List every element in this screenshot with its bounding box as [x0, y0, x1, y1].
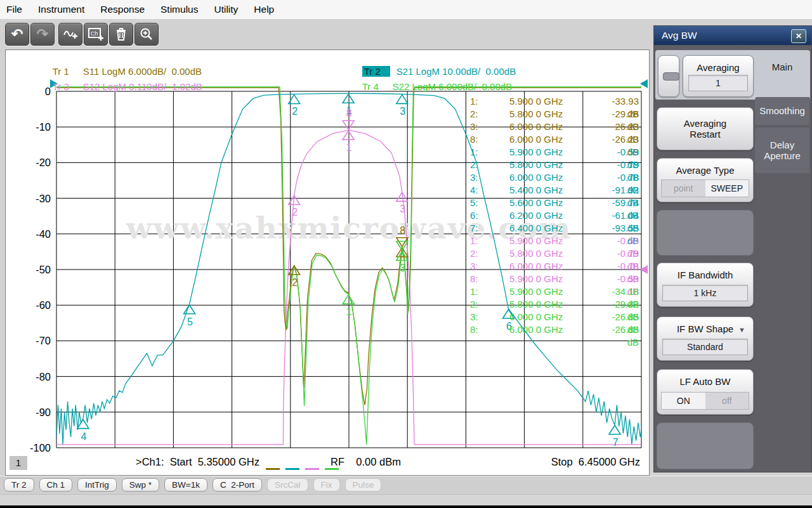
svg-text:7: 7: [613, 437, 619, 448]
undo-icon: ↶: [11, 28, 23, 41]
add-channel-button[interactable]: Ch: [84, 23, 108, 46]
trace3-header[interactable]: Tr 3S12 LogM 0.110dB/ -1.02dB: [42, 70, 202, 103]
averaging-button[interactable]: Averaging 1: [683, 55, 754, 97]
marker-value: -0.59 dB: [603, 273, 641, 285]
status-button[interactable]: Tr 2: [4, 478, 34, 492]
channel-footer: 1 >Ch1: Start 5.35000 GHz RF 0.00 dBm St…: [6, 455, 649, 474]
marker-frequency: 5.800 0 GHz: [492, 247, 603, 260]
tab-delay-aperture[interactable]: Delay Aperture: [755, 127, 809, 173]
average-type-point-option[interactable]: point: [662, 180, 705, 197]
averaging-restart-label: Averaging Restart: [671, 118, 740, 140]
if-bandwidth-label: IF Bandwidth: [657, 270, 753, 280]
svg-text:3: 3: [400, 263, 405, 273]
svg-text:5: 5: [187, 316, 193, 327]
marker-table-row: 3: 6.000 0 GHz -26.23 dB: [464, 120, 641, 133]
marker-table-row: 8: 6.000 0 GHz -26.23 dB: [464, 133, 641, 146]
marker-frequency: 6.400 0 GHz: [492, 222, 603, 235]
status-button[interactable]: Ch 1: [39, 478, 73, 492]
marker-table-row: 2: 5.800 0 GHz -29.32 dB: [464, 298, 641, 311]
svg-text:-100: -100: [30, 442, 51, 453]
tab-smoothing[interactable]: Smoothing: [755, 97, 809, 125]
status-button[interactable]: IntTrig: [77, 478, 117, 492]
marker-table-row: 1: 5.900 0 GHz -0.59 dB: [464, 146, 641, 159]
status-button[interactable]: SrcCal: [267, 478, 308, 492]
marker-frequency: 6.000 0 GHz: [492, 133, 603, 146]
trash-icon: [115, 27, 128, 42]
marker-value: -26.85 dB: [603, 323, 641, 336]
marker-value: -29.26 dB: [603, 108, 641, 120]
svg-text:-80: -80: [36, 371, 51, 382]
marker-number: 1:: [464, 146, 492, 159]
marker-number: 8:: [464, 133, 492, 146]
marker-table-row: 1: 5.900 0 GHz -34.18 dB: [464, 285, 641, 298]
averaging-restart-button[interactable]: Averaging Restart: [657, 107, 754, 150]
marker-table-row: 1: 5.900 0 GHz -0.59 dB: [464, 235, 641, 247]
marker-value: -59.74 dB: [603, 197, 641, 209]
stop-frequency-label: Stop 6.45000 GHz: [551, 456, 640, 468]
averaging-value[interactable]: 1: [688, 75, 748, 91]
status-button[interactable]: Pulse: [345, 478, 382, 492]
blank-softkey-1: [657, 210, 754, 256]
delete-button[interactable]: [109, 23, 133, 46]
marker-number: 1:: [464, 235, 492, 247]
marker-number: 7:: [464, 222, 492, 235]
marker-table-row: 3: 6.000 0 GHz -0.78 dB: [464, 260, 641, 273]
lf-auto-bw-on-option[interactable]: ON: [662, 393, 705, 409]
svg-text:3: 3: [400, 106, 405, 117]
if-bandwidth-button[interactable]: IF Bandwidth 1 kHz: [657, 263, 754, 307]
marker-number: 1:: [464, 95, 492, 108]
marker-number: 6:: [464, 209, 492, 222]
add-trace-icon: [63, 27, 78, 41]
tab-main[interactable]: Main: [754, 62, 810, 72]
average-type-button[interactable]: Average Type point SWEEP: [657, 158, 754, 202]
marker-number: 1:: [464, 285, 492, 298]
marker-number: 4:: [464, 184, 492, 197]
marker-table-row: 3: 6.000 0 GHz -0.78 dB: [464, 171, 641, 184]
marker-value: -0.78 dB: [603, 171, 641, 184]
menu-item[interactable]: Help: [254, 4, 284, 15]
marker-value: -0.59 dB: [603, 146, 641, 159]
panel-close-button[interactable]: ✕: [791, 29, 806, 43]
if-bw-shape-button[interactable]: IF BW Shape ▼ Standard: [657, 316, 754, 361]
average-type-sweep-option[interactable]: SWEEP: [705, 180, 749, 197]
marker-number: 2:: [464, 298, 492, 311]
svg-text:-30: -30: [36, 193, 51, 204]
menu-item[interactable]: Utility: [214, 4, 247, 15]
status-button[interactable]: Swp *: [122, 478, 159, 492]
averaging-enable-toggle[interactable]: [658, 55, 679, 97]
marker-table-row: 2: 5.800 0 GHz -29.26 dB: [464, 108, 641, 120]
status-button[interactable]: C 2-Port: [213, 478, 262, 492]
menu-item[interactable]: File: [6, 4, 32, 15]
marker-table-row: 4: 5.400 0 GHz -91.92 dB: [464, 184, 641, 197]
marker-value: -26.23 dB: [603, 120, 641, 133]
menu-item[interactable]: Response: [100, 4, 154, 15]
add-trace-button[interactable]: [58, 23, 82, 46]
menu-item[interactable]: Instrument: [38, 4, 94, 15]
if-bw-shape-value[interactable]: Standard: [662, 339, 748, 355]
lf-auto-bw-button[interactable]: LF Auto BW ON off: [657, 369, 754, 415]
marker-value: -93.55 dB: [603, 222, 641, 235]
svg-text:-50: -50: [36, 264, 51, 275]
redo-button[interactable]: ↷: [30, 23, 55, 46]
marker-frequency: 5.800 0 GHz: [492, 159, 603, 171]
trace1-swatch: [266, 468, 280, 470]
marker-value: -34.18 dB: [603, 285, 641, 298]
marker-number: 3:: [464, 120, 492, 133]
menu-item[interactable]: Stimulus: [160, 4, 207, 15]
if-bandwidth-value[interactable]: 1 kHz: [662, 285, 748, 301]
trace4-desc: S22 LogM 6.000dB/ 0.00dB: [393, 81, 512, 92]
zoom-in-icon: [139, 27, 154, 42]
status-button[interactable]: Fix: [313, 478, 340, 492]
zoom-button[interactable]: [134, 23, 159, 46]
channel-badge[interactable]: 1: [10, 456, 27, 470]
marker-number: 8:: [464, 273, 492, 285]
marker-table-row: 2: 5.800 0 GHz -0.79 dB: [464, 159, 641, 171]
trace2-swatch: [285, 468, 299, 470]
undo-button[interactable]: ↶: [5, 23, 29, 46]
marker-value: -29.32 dB: [603, 298, 641, 311]
status-button[interactable]: BW=1k: [164, 478, 207, 492]
panel-title: Avg BW: [654, 26, 811, 45]
lf-auto-bw-off-option[interactable]: off: [705, 393, 749, 409]
marker-frequency: 6.000 0 GHz: [492, 323, 603, 336]
svg-text:1: 1: [346, 306, 352, 317]
